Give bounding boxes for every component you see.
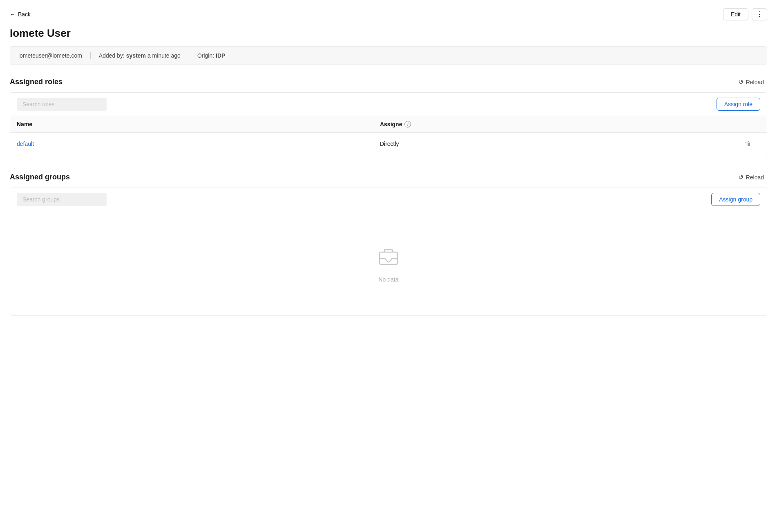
groups-reload-label: Reload (746, 174, 764, 181)
reload-icon: ↺ (738, 78, 744, 86)
assigned-roles-section: Assigned roles ↺ Reload Assign role Name (10, 76, 767, 155)
info-divider-1 (90, 52, 91, 59)
groups-no-data: No data (10, 211, 767, 315)
info-bar: iometeuser@iomete.com Added by: system a… (10, 46, 767, 65)
groups-section-title: Assigned groups (10, 173, 70, 181)
top-actions: Edit ⋮ (723, 8, 767, 20)
role-actions-cell: 🗑 (737, 133, 767, 155)
roles-col-name: Name (10, 116, 373, 133)
table-row: default Directly 🗑 (10, 133, 767, 155)
no-data-label: No data (378, 276, 398, 283)
page-title: Iomete User (10, 27, 767, 40)
trash-icon: 🗑 (745, 140, 751, 147)
more-icon: ⋮ (756, 11, 763, 18)
role-name-link[interactable]: default (17, 141, 34, 147)
search-roles-input[interactable] (17, 98, 107, 111)
back-button[interactable]: ← Back (10, 9, 31, 19)
back-arrow-icon: ← (10, 11, 16, 18)
groups-reload-button[interactable]: ↺ Reload (735, 172, 767, 183)
groups-section-header: Assigned groups ↺ Reload (10, 172, 767, 183)
more-options-button[interactable]: ⋮ (752, 8, 767, 20)
roles-table-header-row: Name Assigne i (10, 116, 767, 133)
user-email: iometeuser@iomete.com (18, 52, 82, 59)
search-groups-input[interactable] (17, 193, 107, 206)
assigned-groups-section: Assigned groups ↺ Reload Assign group (10, 172, 767, 316)
roles-reload-button[interactable]: ↺ Reload (735, 76, 767, 87)
roles-col-actions (737, 116, 767, 133)
delete-role-button[interactable]: 🗑 (743, 139, 753, 149)
roles-reload-label: Reload (746, 79, 764, 85)
groups-table-container: Assign group No data (10, 188, 767, 316)
origin-info: Origin: IDP (197, 52, 225, 59)
role-assigned-cell: Directly (373, 133, 737, 155)
roles-col-assigned: Assigne i (373, 116, 737, 133)
roles-section-header: Assigned roles ↺ Reload (10, 76, 767, 87)
assign-role-button[interactable]: Assign role (717, 98, 760, 111)
roles-table: Name Assigne i default (10, 116, 767, 155)
roles-table-container: Assign role Name Assigne i (10, 92, 767, 155)
info-divider-2 (189, 52, 189, 59)
back-label: Back (18, 11, 31, 18)
roles-toolbar: Assign role (10, 93, 767, 116)
assign-group-button[interactable]: Assign group (711, 193, 760, 206)
added-by-info: Added by: system a minute ago (99, 52, 181, 59)
edit-button[interactable]: Edit (723, 8, 748, 20)
no-data-icon (376, 244, 401, 270)
groups-toolbar: Assign group (10, 188, 767, 211)
roles-section-title: Assigned roles (10, 78, 63, 86)
reload-icon-2: ↺ (738, 173, 744, 181)
assigned-info-icon: i (404, 121, 411, 127)
role-name-cell: default (10, 133, 373, 155)
